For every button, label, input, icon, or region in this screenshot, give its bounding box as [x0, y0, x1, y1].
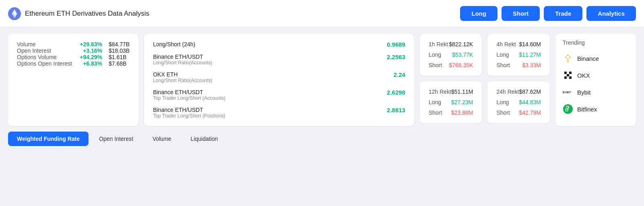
rekt-24h-total: $87.62M: [519, 89, 541, 95]
stat-pct: +6.83%: [73, 60, 102, 67]
svg-rect-9: [567, 74, 569, 76]
ratio-val: 2.6298: [387, 89, 405, 96]
svg-rect-8: [564, 72, 567, 74]
exchange-name: Bybit: [577, 89, 590, 96]
trending-item-bitfinex[interactable]: Bitfinex: [563, 104, 629, 114]
svg-rect-10: [569, 72, 572, 74]
rekt-12h-long-label: Long: [429, 99, 441, 105]
ratio-row: Long/Short (24h) 0.9689: [153, 41, 405, 48]
rekt-12h-label: 12h Rekt: [429, 89, 451, 95]
bottom-tab-open-interest[interactable]: Open Interest: [90, 132, 142, 146]
rekt-24h-short-label: Short: [496, 109, 510, 116]
ratio-val: 2.24: [394, 71, 405, 78]
rekt-top-pair: 1h Rekt $822.12K Long $53.77K Short $768…: [420, 34, 550, 76]
exchange-name: Binance: [577, 55, 599, 62]
bottom-tab-volume[interactable]: Volume: [144, 132, 180, 146]
ratio-name: Long/Short (24h): [153, 41, 195, 47]
svg-text:BYBIT: BYBIT: [563, 91, 571, 94]
rekt-12h-long-val: $27.23M: [451, 99, 473, 105]
stat-val: $1.61B: [109, 54, 126, 60]
main-content: Volume +29.63% $84.77B Open Interest +3.…: [0, 27, 644, 152]
trending-card: Trending Binance OKX BYBIT: [555, 34, 636, 126]
ratio-row: OKX ETH Long/Short Ratio(Accounts) 2.24: [153, 71, 405, 83]
stat-val: $18.03B: [109, 47, 130, 54]
ratio-name: Binance ETH/USDT: [153, 54, 212, 60]
stat-label: Open Interest: [17, 47, 73, 54]
bottom-tabs: Weighted Funding RateOpen InterestVolume…: [8, 132, 636, 146]
bottom-tab-weighted-funding-rate[interactable]: Weighted Funding Rate: [8, 132, 89, 146]
stat-row: Volume +29.63% $84.77B: [17, 41, 130, 47]
rekt-12h-short-label: Short: [429, 109, 442, 116]
header-left: Ethereum ETH Derivatives Data Analysis: [8, 7, 149, 20]
page-title: Ethereum ETH Derivatives Data Analysis: [25, 10, 149, 18]
rekt-1h-long-label: Long: [429, 52, 441, 58]
rekt-1h-card: 1h Rekt $822.12K Long $53.77K Short $768…: [420, 34, 482, 76]
trade-button[interactable]: Trade: [544, 6, 582, 21]
rekt-1h-label: 1h Rekt: [429, 41, 448, 47]
ratio-name: Binance ETH/USDT: [153, 107, 225, 113]
ratio-label-block: Binance ETH/USDT Long/Short Ratio(Accoun…: [153, 54, 212, 66]
trending-item-binance[interactable]: Binance: [563, 53, 629, 64]
rekt-1h-short-label: Short: [429, 62, 442, 68]
rekt-4h-long-val: $11.27M: [519, 52, 541, 58]
rekt-1h-total: $822.12K: [449, 41, 473, 47]
rekt-1h-long-val: $53.77K: [452, 52, 473, 58]
ratio-label-block: Binance ETH/USDT Top Trader Long/Short (…: [153, 107, 225, 119]
rekt-24h-label: 24h Rekt: [496, 89, 519, 95]
rekt-4h-label: 4h Rekt: [496, 41, 516, 47]
ratio-label-block: Long/Short (24h): [153, 41, 195, 47]
exchange-name: OKX: [577, 72, 590, 79]
rekt-4h-card: 4h Rekt $14.60M Long $11.27M Short $3.33…: [487, 34, 550, 76]
ratio-sub: Long/Short Ratio(Accounts): [153, 60, 212, 66]
ethereum-icon: [8, 7, 21, 20]
ratio-row: Binance ETH/USDT Top Trader Long/Short (…: [153, 107, 405, 119]
stat-label: Options Volume: [17, 54, 73, 60]
rekt-4h-short-label: Short: [496, 62, 510, 68]
stat-row: Options Volume +94.29% $1.61B: [17, 54, 130, 60]
stat-label: Options Open Interest: [17, 60, 73, 67]
analytics-button[interactable]: Analytics: [586, 6, 636, 21]
stat-val: $84.77B: [109, 41, 130, 47]
svg-point-15: [566, 109, 568, 111]
stat-row: Options Open Interest +6.83% $7.68B: [17, 60, 130, 67]
long-button[interactable]: Long: [460, 6, 497, 21]
exchange-name: Bitfinex: [577, 106, 597, 113]
ratio-val: 2.8813: [387, 107, 405, 113]
short-button[interactable]: Short: [502, 6, 540, 21]
rekt-4h-total: $14.60M: [519, 41, 541, 47]
header: Ethereum ETH Derivatives Data Analysis L…: [0, 0, 644, 27]
ratio-sub: Top Trader Long/Short (Accounts): [153, 95, 225, 101]
svg-rect-11: [564, 76, 567, 79]
rekt-24h-short-val: $42.79M: [519, 109, 541, 116]
stat-pct: +3.16%: [73, 47, 102, 54]
ratio-name: OKX ETH: [153, 71, 212, 78]
okx-icon: [563, 70, 573, 80]
stat-val: $7.68B: [109, 60, 126, 67]
rekt-1h-short-val: $768.35K: [449, 62, 473, 68]
rekt-12h-short-val: $23.88M: [451, 109, 473, 116]
trending-item-bybit[interactable]: BYBIT Bybit: [563, 87, 629, 97]
ratio-val: 2.2563: [387, 54, 405, 60]
rekt-4h-long-label: Long: [496, 52, 509, 58]
ratio-sub: Top Trader Long/Short (Positions): [153, 113, 225, 119]
rekt-12h-card: 12h Rekt $51.11M Long $27.23M Short $23.…: [420, 81, 482, 123]
cards-row: Volume +29.63% $84.77B Open Interest +3.…: [8, 34, 636, 126]
rekt-24h-card: 24h Rekt $87.62M Long $44.83M Short $42.…: [487, 81, 550, 123]
bybit-icon: BYBIT: [563, 87, 573, 97]
ratio-label-block: OKX ETH Long/Short Ratio(Accounts): [153, 71, 212, 83]
rekt-24h-long-val: $44.83M: [519, 99, 541, 105]
rekt-24h-long-label: Long: [496, 99, 509, 105]
bottom-tab-liquidation[interactable]: Liquidation: [182, 132, 227, 146]
rekt-bottom-pair: 12h Rekt $51.11M Long $27.23M Short $23.…: [420, 81, 550, 123]
stats-card: Volume +29.63% $84.77B Open Interest +3.…: [8, 34, 138, 126]
stat-label: Volume: [17, 41, 73, 47]
rekt-section: 1h Rekt $822.12K Long $53.77K Short $768…: [420, 34, 550, 126]
header-buttons: Long Short Trade Analytics: [460, 6, 636, 21]
stat-pct: +94.29%: [73, 54, 102, 60]
ratio-row: Binance ETH/USDT Top Trader Long/Short (…: [153, 89, 405, 101]
ratio-label-block: Binance ETH/USDT Top Trader Long/Short (…: [153, 89, 225, 101]
stat-row: Open Interest +3.16% $18.03B: [17, 47, 130, 54]
rekt-12h-total: $51.11M: [451, 89, 473, 95]
binance-icon: [563, 53, 573, 64]
trending-item-okx[interactable]: OKX: [563, 70, 629, 80]
